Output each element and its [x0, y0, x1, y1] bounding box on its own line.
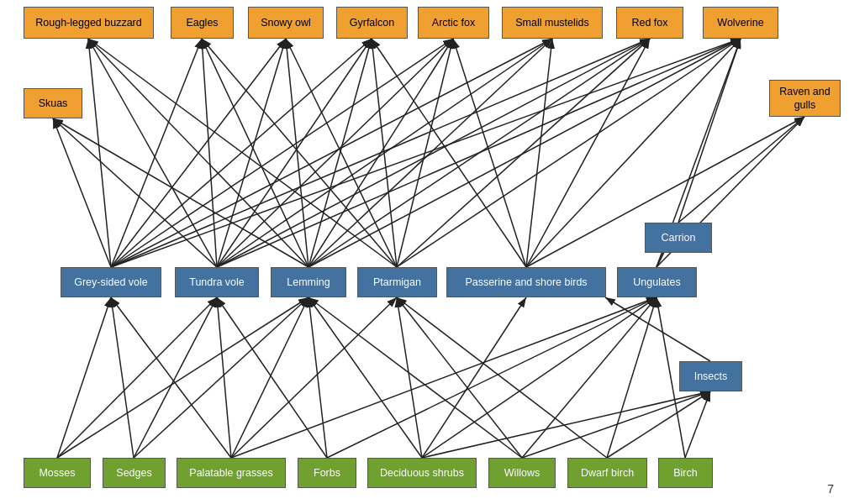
svg-line-51 [134, 297, 308, 458]
svg-line-32 [286, 39, 397, 267]
svg-line-30 [88, 39, 397, 267]
svg-line-14 [217, 39, 453, 267]
svg-line-19 [88, 39, 308, 267]
svg-line-27 [53, 118, 308, 267]
svg-line-71 [422, 391, 710, 458]
svg-line-57 [217, 297, 327, 458]
node-grey-sided-vole: Grey-sided vole [61, 267, 161, 297]
node-skuas: Skuas [24, 88, 82, 118]
svg-line-63 [422, 297, 657, 458]
node-lemming: Lemming [271, 267, 346, 297]
node-deciduous-shrubs: Deciduous shrubs [367, 458, 477, 488]
node-eagles: Eagles [171, 7, 234, 39]
svg-line-18 [53, 118, 217, 267]
svg-line-46 [57, 297, 111, 458]
svg-line-23 [308, 39, 453, 267]
arrows-svg [0, 0, 849, 504]
svg-line-29 [397, 39, 453, 267]
svg-line-53 [217, 297, 231, 458]
node-snowy-owl: Snowy owl [248, 7, 324, 39]
node-birch: Birch [658, 458, 713, 488]
svg-line-70 [685, 391, 710, 458]
node-ptarmigan: Ptarmigan [357, 267, 437, 297]
svg-line-61 [397, 297, 422, 458]
svg-line-67 [397, 297, 607, 458]
node-raven-gulls: Raven and gulls [769, 80, 841, 117]
svg-line-10 [88, 39, 217, 267]
svg-line-2 [111, 39, 202, 267]
svg-line-16 [217, 39, 650, 267]
svg-line-64 [308, 297, 522, 458]
node-ungulates: Ungulates [617, 267, 697, 297]
svg-line-25 [308, 39, 650, 267]
svg-line-11 [202, 39, 217, 267]
node-mosses: Mosses [24, 458, 91, 488]
svg-line-49 [111, 297, 134, 458]
svg-line-38 [526, 39, 650, 267]
svg-line-59 [327, 297, 657, 458]
node-wolverine: Wolverine [703, 7, 778, 39]
svg-line-66 [522, 297, 657, 458]
svg-line-21 [286, 39, 308, 267]
node-arctic-fox: Arctic fox [418, 7, 489, 39]
food-web-diagram: Rough-legged buzzard Eagles Snowy owl Gy… [0, 0, 849, 504]
svg-line-35 [372, 39, 526, 267]
svg-line-37 [526, 39, 552, 267]
node-passerine: Passerine and shore birds [446, 267, 606, 297]
node-rough-legged-buzzard: Rough-legged buzzard [24, 7, 154, 39]
svg-line-48 [57, 297, 308, 458]
svg-line-56 [231, 297, 657, 458]
node-forbs: Forbs [298, 458, 356, 488]
node-small-mustelids: Small mustelids [502, 7, 603, 39]
svg-line-55 [231, 297, 397, 458]
svg-line-1 [88, 39, 111, 267]
node-tundra-vole: Tundra vole [175, 267, 259, 297]
svg-line-68 [607, 297, 657, 458]
node-red-fox: Red fox [616, 7, 683, 39]
node-dwarf-birch: Dwarf birch [567, 458, 647, 488]
svg-line-15 [217, 39, 552, 267]
node-palatable-grasses: Palatable grasses [177, 458, 286, 488]
svg-line-50 [134, 297, 217, 458]
svg-line-9 [53, 118, 111, 267]
svg-line-6 [111, 39, 552, 267]
node-gyrfalcon: Gyrfalcon [336, 7, 408, 39]
svg-line-72 [522, 391, 710, 458]
svg-line-47 [57, 297, 217, 458]
svg-line-54 [231, 297, 308, 458]
svg-line-74 [605, 297, 710, 361]
svg-line-45 [678, 117, 804, 223]
svg-line-4 [111, 39, 372, 267]
svg-line-24 [308, 39, 552, 267]
svg-line-31 [202, 39, 397, 267]
svg-line-65 [397, 297, 522, 458]
page-number: 7 [827, 482, 834, 496]
svg-line-73 [607, 391, 710, 458]
svg-line-60 [308, 297, 422, 458]
svg-line-62 [422, 297, 526, 458]
svg-line-58 [308, 297, 327, 458]
svg-line-20 [202, 39, 308, 267]
node-sedges: Sedges [103, 458, 166, 488]
svg-line-5 [111, 39, 453, 267]
svg-line-12 [217, 39, 286, 267]
svg-line-22 [308, 39, 372, 267]
svg-line-28 [372, 39, 397, 267]
svg-line-36 [453, 39, 526, 267]
node-willows: Willows [488, 458, 556, 488]
svg-line-52 [111, 297, 231, 458]
node-insects: Insects [679, 361, 742, 391]
svg-line-13 [217, 39, 372, 267]
svg-line-33 [397, 39, 650, 267]
svg-line-44 [678, 39, 741, 223]
svg-line-3 [111, 39, 286, 267]
svg-line-7 [111, 39, 650, 267]
node-carrion: Carrion [645, 223, 712, 253]
